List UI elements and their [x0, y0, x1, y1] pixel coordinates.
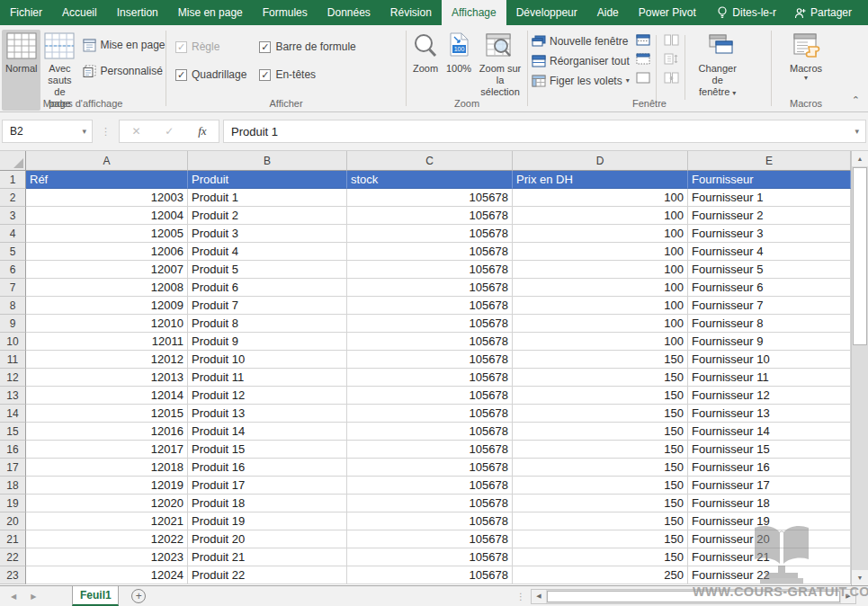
cell[interactable]: 105678	[347, 297, 513, 315]
cell[interactable]: Fournisseur 12	[688, 387, 851, 405]
row-number[interactable]: 11	[0, 351, 26, 369]
cell[interactable]: 105678	[347, 369, 513, 387]
tab-aide[interactable]: Aide	[587, 0, 629, 25]
row-number[interactable]: 23	[0, 566, 26, 584]
cell[interactable]: 100	[513, 261, 688, 279]
cell[interactable]: Produit 14	[188, 423, 347, 441]
cell[interactable]: 105678	[347, 530, 513, 548]
cell[interactable]: 105678	[347, 315, 513, 333]
cell[interactable]: 100	[513, 189, 688, 207]
tell-me-button[interactable]: Dites-le-r	[710, 6, 783, 19]
row-number[interactable]: 5	[0, 243, 26, 261]
view-side-by-side-button[interactable]	[663, 31, 681, 48]
cell[interactable]: 100	[513, 333, 688, 351]
cell[interactable]: Produit 10	[188, 351, 347, 369]
cancel-entry-icon[interactable]: ✕	[131, 125, 140, 138]
cell[interactable]: 105678	[347, 261, 513, 279]
cell[interactable]: 12022	[26, 530, 188, 548]
cell[interactable]: Fournisseur 9	[688, 333, 851, 351]
cell[interactable]: Fournisseur 8	[688, 315, 851, 333]
column-header-d[interactable]: D	[513, 151, 688, 171]
tab-formules[interactable]: Formules	[253, 0, 318, 25]
header-cell-produit[interactable]: Produit	[188, 171, 347, 189]
cell[interactable]: Produit 5	[188, 261, 347, 279]
select-all-corner[interactable]	[0, 151, 26, 171]
cell[interactable]: Produit 4	[188, 243, 347, 261]
cell[interactable]: 105678	[347, 189, 513, 207]
cell[interactable]: 150	[513, 369, 688, 387]
row-number[interactable]: 20	[0, 512, 26, 530]
cell[interactable]: Produit 19	[188, 512, 347, 530]
tab-scrollbar-splitter-icon[interactable]: ⋮	[516, 592, 531, 602]
hide-window-button[interactable]	[634, 50, 652, 67]
cell[interactable]: 12024	[26, 566, 188, 584]
cell[interactable]: 12006	[26, 243, 188, 261]
unhide-window-button[interactable]	[634, 69, 652, 85]
cell[interactable]: Produit 13	[188, 405, 347, 423]
cell[interactable]: 12023	[26, 548, 188, 566]
cell[interactable]: Fournisseur 20	[688, 530, 851, 548]
tab-développeur[interactable]: Développeur	[506, 0, 587, 25]
cell[interactable]: 12015	[26, 405, 188, 423]
cell[interactable]: 105678	[347, 405, 513, 423]
cell[interactable]: 12010	[26, 315, 188, 333]
cell[interactable]: Fournisseur 14	[688, 423, 851, 441]
row-number[interactable]: 1	[0, 171, 26, 189]
cell[interactable]: Produit 12	[188, 387, 347, 405]
cell[interactable]: Produit 20	[188, 530, 347, 548]
scroll-down-icon[interactable]: ▼	[852, 570, 868, 585]
cell[interactable]: 105678	[347, 225, 513, 243]
scroll-left-icon[interactable]: ◀	[532, 590, 546, 603]
cell[interactable]: Produit 21	[188, 548, 347, 566]
formula-bar-resize-dots-icon[interactable]: ⋮	[93, 126, 119, 138]
row-number[interactable]: 2	[0, 189, 26, 207]
cell[interactable]: 105678	[347, 243, 513, 261]
cell[interactable]: 105678	[347, 548, 513, 566]
cell[interactable]: 105678	[347, 459, 513, 477]
cell[interactable]: 150	[513, 477, 688, 495]
cell[interactable]: Produit 18	[188, 495, 347, 512]
cell[interactable]: 12020	[26, 495, 188, 512]
ruler-checkbox[interactable]: ✓ Règle	[175, 40, 246, 53]
tab-accueil[interactable]: Accueil	[52, 0, 107, 25]
row-number[interactable]: 3	[0, 207, 26, 225]
tab-power-pivot[interactable]: Power Pivot	[629, 0, 706, 25]
vertical-scrollbar-thumb[interactable]	[853, 167, 867, 345]
custom-views-button[interactable]: Personnalisé	[80, 61, 167, 81]
name-box[interactable]: B2 ▾	[2, 120, 93, 143]
cell[interactable]: Fournisseur 10	[688, 351, 851, 369]
cell[interactable]: Produit 2	[188, 207, 347, 225]
cell[interactable]: 12021	[26, 512, 188, 530]
cell[interactable]: 12018	[26, 459, 188, 477]
next-sheet-icon[interactable]: ▶	[31, 593, 36, 601]
cell[interactable]: 250	[513, 566, 688, 584]
collapse-ribbon-button[interactable]: ⌃	[852, 94, 860, 106]
cell[interactable]: Produit 3	[188, 225, 347, 243]
cell[interactable]: 150	[513, 441, 688, 459]
confirm-entry-icon[interactable]: ✓	[165, 125, 174, 138]
freeze-panes-button[interactable]: Figer les volets ▾	[530, 71, 631, 90]
cell[interactable]: Produit 1	[188, 189, 347, 207]
cell[interactable]: 12013	[26, 369, 188, 387]
formula-input[interactable]: Produit 1 ▾	[223, 120, 866, 143]
cell[interactable]: 100	[513, 225, 688, 243]
row-number[interactable]: 9	[0, 315, 26, 333]
header-cell-stock[interactable]: stock	[347, 171, 513, 189]
cell[interactable]: Fournisseur 21	[688, 548, 851, 566]
cell[interactable]: Fournisseur 15	[688, 441, 851, 459]
row-number[interactable]: 8	[0, 297, 26, 315]
page-layout-button[interactable]: Mise en page	[80, 35, 167, 55]
tab-mise-en-page[interactable]: Mise en page	[168, 0, 253, 25]
cell[interactable]: 105678	[347, 477, 513, 495]
cell[interactable]: Fournisseur 13	[688, 405, 851, 423]
cell[interactable]: 105678	[347, 495, 513, 512]
cell[interactable]: 105678	[347, 512, 513, 530]
row-number[interactable]: 10	[0, 333, 26, 351]
gridlines-checkbox[interactable]: ✓ Quadrillage	[175, 68, 246, 81]
row-number[interactable]: 14	[0, 405, 26, 423]
sheet-tab-feuil1[interactable]: Feuil1	[72, 586, 119, 606]
cell[interactable]: 150	[513, 530, 688, 548]
new-sheet-button[interactable]: +	[131, 589, 146, 603]
horizontal-scrollbar[interactable]: ◀ ▶	[531, 589, 856, 604]
cell[interactable]: 12003	[26, 189, 188, 207]
